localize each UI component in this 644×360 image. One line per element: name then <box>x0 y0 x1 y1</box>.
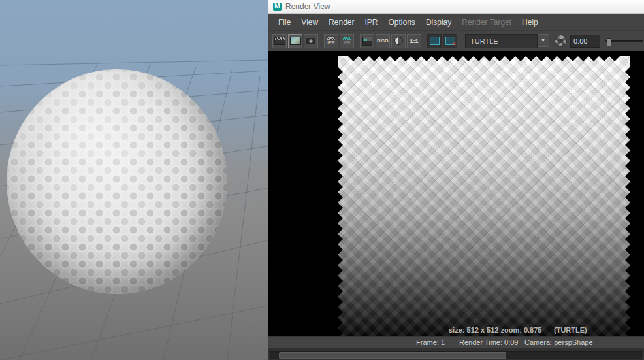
menu-file[interactable]: File <box>273 16 296 29</box>
rgb-channels-button[interactable]: RGB <box>376 34 390 48</box>
ipr-render-button[interactable]: IPR <box>324 34 338 48</box>
exposure-input[interactable] <box>570 35 600 48</box>
render-time-label: Render Time: 0:09 <box>459 338 519 346</box>
camera-label: Camera: perspShape <box>524 338 593 346</box>
redo-previous-render-button[interactable] <box>272 34 287 48</box>
screen: M Render View File View Render IPR Optio… <box>0 0 644 360</box>
menu-display[interactable]: Display <box>421 16 457 29</box>
ipr-refresh-icon: IPR <box>343 37 351 45</box>
ipr-teal-clapper-icon <box>343 37 351 40</box>
rgb-channels-icon: RGB <box>377 38 389 44</box>
rendered-image <box>338 56 630 336</box>
window-title: Render View <box>285 2 330 11</box>
menu-render-target: Render Target <box>457 16 517 29</box>
render-target-value[interactable]: TURTLE <box>465 34 538 48</box>
one-to-one-button[interactable]: 1:1 <box>407 34 421 48</box>
horizontal-scrollbar-track[interactable] <box>270 351 642 359</box>
render-settings-aperture-icon[interactable] <box>555 35 567 47</box>
render-target-select[interactable]: TURTLE ▼ <box>465 34 549 48</box>
no-color-management-icon: ✕ <box>445 37 455 45</box>
render-view-window: M Render View File View Render IPR Optio… <box>268 0 644 360</box>
ipr-clapper-icon <box>327 37 335 40</box>
maya-3d-viewport[interactable] <box>0 0 268 360</box>
render-canvas[interactable]: size: 512 x 512 zoom: 0.875 (TURTLE) <box>268 51 644 336</box>
alpha-channel-icon <box>394 37 403 45</box>
horizontal-scrollbar-thumb[interactable] <box>279 352 506 359</box>
clapperboard-icon <box>274 37 285 45</box>
render-target-label: (TURTLE) <box>554 326 587 334</box>
statusbar: Frame: 1 Render Time: 0:09 Camera: persp… <box>268 336 644 348</box>
maya-logo-icon: M <box>273 3 282 11</box>
ipr-label: IPR <box>327 41 335 45</box>
menu-help[interactable]: Help <box>517 16 543 29</box>
golfball-sphere[interactable] <box>7 69 227 294</box>
menu-ipr[interactable]: IPR <box>360 16 383 29</box>
render-current-frame-button[interactable] <box>288 34 302 48</box>
chevron-down-icon[interactable]: ▼ <box>538 34 549 47</box>
menu-render[interactable]: Render <box>323 16 359 29</box>
one-to-one-icon: 1:1 <box>410 38 418 44</box>
frame-label: Frame: 1 <box>416 338 445 346</box>
menubar: File View Render IPR Options Display Ren… <box>268 14 644 31</box>
horizontal-scrollbar-area <box>268 348 644 360</box>
menu-view[interactable]: View <box>296 16 323 29</box>
no-color-management-button[interactable]: ✕ <box>443 34 457 48</box>
render-frame-icon <box>290 37 301 45</box>
exposure-slider-thumb[interactable] <box>607 38 611 46</box>
keep-image-icon <box>362 37 372 46</box>
keep-image-button[interactable] <box>360 34 374 48</box>
ipr-refresh-label: IPR <box>343 41 351 45</box>
ipr-refresh-button[interactable]: IPR <box>340 34 354 48</box>
camera-icon <box>306 38 315 44</box>
remove-cross-icon: ✕ <box>452 41 457 47</box>
titlebar[interactable]: M Render View <box>268 0 644 14</box>
ipr-render-icon: IPR <box>327 37 335 45</box>
color-managed-button[interactable] <box>427 34 442 48</box>
color-managed-icon <box>430 37 440 45</box>
menu-options[interactable]: Options <box>383 16 421 29</box>
alpha-channel-button[interactable] <box>391 34 406 48</box>
size-zoom-label: size: 512 x 512 zoom: 0.875 <box>449 326 541 334</box>
snapshot-button[interactable] <box>304 34 318 48</box>
toolbar: IPR IPR RGB 1:1 <box>268 31 644 51</box>
exposure-slider[interactable] <box>605 40 643 42</box>
